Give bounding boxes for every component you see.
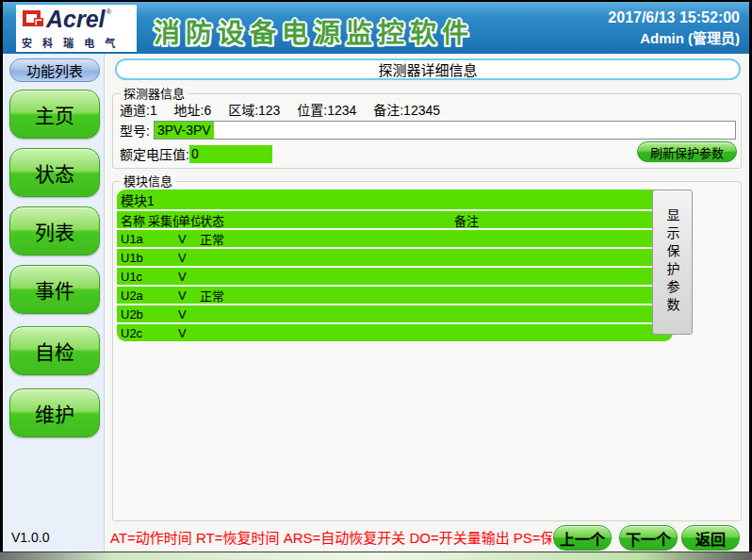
cell-unit: V (178, 307, 200, 321)
col-name: 名称 (121, 211, 148, 229)
module-table-row[interactable]: U2bV (117, 305, 673, 322)
module-info-group: 模块信息 模块1 名称 采集值 单位 状态 备注 U1aV正常U1bVU1cVU… (112, 181, 742, 521)
brand-row: Acrel ® (22, 8, 137, 32)
cell-unit: V (178, 270, 200, 284)
detector-info-group: 探测器信息 通道:1 地址:6 区域:123 位置:1234 备注:12345 … (112, 93, 742, 169)
module-table-body: U1aV正常U1bVU1cVU2aV正常U2bVU2cV (117, 230, 673, 341)
window-bottom-frame (0, 552, 752, 560)
col-remark: 备注 (260, 211, 673, 229)
previous-button[interactable]: 上一个 (553, 525, 612, 551)
module-table-row[interactable]: U2cV (117, 324, 673, 341)
datetime-label: 2017/6/13 15:52:00 (608, 7, 740, 28)
module-table-row[interactable]: U1aV正常 (117, 230, 673, 247)
col-status: 状态 (200, 211, 260, 229)
brand-subtitle: 安 科 瑞 电 气 (22, 35, 137, 50)
sidebar-item-list[interactable]: 列表 (9, 206, 100, 255)
app-frame: Acrel ® 安 科 瑞 电 气 消防设备电源监控软件 2017/6/13 1… (3, 2, 749, 552)
module-table-row[interactable]: U1bV (117, 249, 673, 266)
sidebar-item-home[interactable]: 主页 (9, 90, 100, 139)
rated-voltage-field[interactable]: 0 (189, 145, 272, 163)
module-table-row[interactable]: U1cV (117, 268, 673, 285)
cell-name: U1b (121, 251, 148, 265)
cell-name: U1a (121, 232, 148, 246)
acrel-logo: Acrel ® 安 科 瑞 电 气 (16, 5, 137, 52)
rated-voltage-value: 0 (191, 146, 199, 161)
col-unit: 单位 (178, 211, 200, 229)
model-input[interactable]: 3PV-3PV (154, 121, 736, 140)
cell-status: 正常 (200, 230, 260, 248)
app-title: 消防设备电源监控软件 (154, 12, 474, 50)
rated-voltage-label: 额定电压值: (120, 144, 189, 163)
title-bar: Acrel ® 安 科 瑞 电 气 消防设备电源监控软件 2017/6/13 1… (3, 2, 749, 54)
refresh-protection-params-button[interactable]: 刷新保护参数 (637, 141, 737, 162)
note-value: 备注:12345 (373, 103, 440, 118)
module-table-header: 名称 采集值 单位 状态 备注 (117, 211, 673, 228)
cell-name: U1c (121, 270, 148, 284)
sidebar-item-events[interactable]: 事件 (9, 265, 100, 314)
detector-info-group-label: 探测器信息 (121, 87, 188, 101)
main-content: 探测器详细信息 探测器信息 通道:1 地址:6 区域:123 位置:1234 备… (106, 54, 749, 552)
module-table: 模块1 名称 采集值 单位 状态 备注 U1aV正常U1bVU1cVU2aV正常… (117, 189, 673, 341)
function-list-label[interactable]: 功能列表 (9, 58, 100, 82)
header-right: 2017/6/13 15:52:00 Admin (管理员) (608, 7, 740, 48)
sidebar-nav: 主页状态列表事件自检维护 (9, 90, 100, 447)
show-protection-params-button[interactable]: 显示保护参数 (652, 189, 693, 335)
model-value: 3PV-3PV (155, 122, 214, 139)
sidebar-item-status[interactable]: 状态 (9, 148, 100, 197)
address-value: 地址:6 (174, 103, 212, 118)
footer-bar: AT=动作时间 RT=恢复时间 ARS=自动恢复开关 DO=开关量输出 PS=保… (106, 523, 749, 552)
region-value: 区域:123 (228, 103, 280, 118)
sidebar: 功能列表 主页状态列表事件自检维护 V1.0.0 (3, 54, 105, 552)
model-label: 型号: (120, 121, 150, 140)
detector-summary: 通道:1 地址:6 区域:123 位置:1234 备注:12345 (120, 100, 453, 119)
cell-unit: V (178, 232, 200, 246)
cell-name: U2a (121, 288, 148, 303)
page-title: 探测器详细信息 (115, 58, 741, 80)
cell-name: U2c (121, 326, 148, 340)
current-user-label: Admin (管理员) (608, 28, 740, 48)
cell-unit: V (178, 251, 200, 265)
back-button[interactable]: 返回 (681, 525, 740, 551)
model-row: 型号: 3PV-3PV (120, 120, 736, 140)
brand-name: Acrel (46, 8, 106, 31)
module-info-group-label: 模块信息 (121, 174, 175, 189)
next-button[interactable]: 下一个 (619, 525, 678, 551)
app-window: Acrel ® 安 科 瑞 电 气 消防设备电源监控软件 2017/6/13 1… (0, 0, 752, 560)
version-label: V1.0.0 (11, 530, 49, 545)
position-value: 位置:1234 (297, 103, 356, 118)
module-table-row[interactable]: U2aV正常 (117, 287, 673, 304)
registered-mark: ® (106, 8, 112, 16)
cell-unit: V (178, 326, 200, 340)
sidebar-item-maintenance[interactable]: 维护 (9, 388, 100, 437)
module-title-row[interactable]: 模块1 (117, 189, 673, 209)
cell-unit: V (178, 288, 200, 303)
channel-value: 通道:1 (120, 103, 157, 118)
abbreviation-legend: AT=动作时间 RT=恢复时间 ARS=自动恢复开关 DO=开关量输出 PS=保… (110, 523, 556, 552)
col-value: 采集值 (148, 211, 178, 229)
sidebar-item-selftest[interactable]: 自检 (9, 326, 100, 375)
cell-name: U2b (121, 307, 148, 321)
acrel-logo-icon (22, 8, 46, 32)
cell-status: 正常 (200, 287, 260, 305)
